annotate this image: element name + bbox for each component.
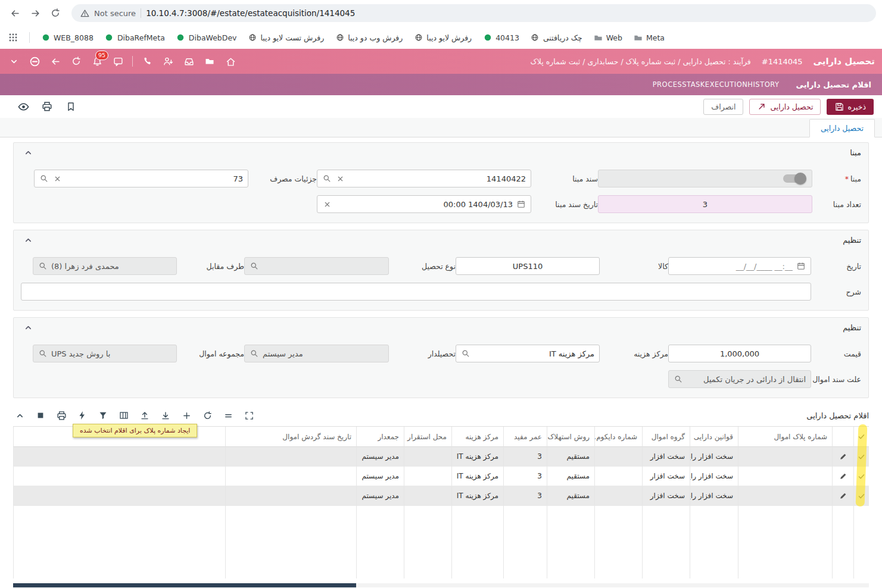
filter-icon[interactable]	[96, 409, 110, 422]
column-header[interactable]: شماره دایکوم...	[594, 427, 642, 447]
not-secure-label[interactable]: Not secure	[94, 9, 136, 18]
custodian-lookup[interactable]: مدیر سیستم	[244, 345, 389, 362]
process-button[interactable]: تحصیل دارایی	[749, 99, 821, 115]
collapse-chevron-icon[interactable]	[13, 409, 26, 422]
search-icon[interactable]	[322, 174, 332, 183]
print-icon[interactable]	[55, 409, 68, 422]
apps-grid-icon[interactable]	[8, 33, 18, 42]
subheader-caption: PROCESSTASKEXECUTIONHISTORY	[653, 80, 780, 89]
column-header[interactable]: شماره پلاک اموال	[738, 427, 832, 447]
refresh-icon[interactable]	[70, 55, 83, 68]
row-edit-pencil-icon[interactable]	[832, 467, 853, 486]
row-checkbox[interactable]	[853, 486, 869, 506]
calendar-icon[interactable]	[516, 199, 526, 209]
bookmark-item[interactable]: رفرش لایو دیبا	[414, 33, 472, 42]
base-count-input[interactable]: 3	[598, 195, 812, 213]
inbox-icon[interactable]	[182, 55, 195, 68]
row-edit-pencil-icon[interactable]	[832, 447, 853, 467]
search-icon[interactable]	[38, 349, 48, 358]
acq-type-lookup[interactable]	[244, 257, 389, 275]
row-edit-pencil-icon[interactable]	[832, 486, 853, 506]
browser-reload-icon[interactable]	[46, 4, 64, 22]
column-header[interactable]: گروه اموال	[642, 427, 690, 447]
download-icon[interactable]	[159, 409, 172, 422]
column-header[interactable]: روش استهلاک	[547, 427, 594, 447]
column-header[interactable]: قوانین دارایی	[690, 427, 738, 447]
refresh-icon[interactable]	[201, 409, 214, 422]
calendar-icon[interactable]	[796, 261, 806, 271]
caret-down-icon[interactable]	[7, 55, 20, 68]
back-icon[interactable]	[49, 55, 62, 68]
column-header[interactable]: محل استقرار	[404, 427, 451, 447]
column-header[interactable]: تاریخ سند گردش اموال	[225, 427, 356, 447]
rows-icon[interactable]	[222, 409, 235, 422]
collapse-chevron-icon[interactable]	[21, 145, 35, 159]
stop-icon[interactable]	[34, 409, 47, 422]
cell-daikom	[594, 467, 642, 486]
notifications-bell-icon[interactable]: 95	[91, 55, 104, 68]
clear-x-icon[interactable]	[52, 174, 62, 183]
chat-icon[interactable]	[111, 55, 124, 68]
row-checkbox[interactable]	[853, 447, 869, 467]
folder-icon[interactable]	[203, 55, 216, 68]
search-icon[interactable]	[250, 261, 259, 271]
eye-icon[interactable]	[17, 100, 30, 113]
bookmark-item[interactable]: چک دریافتنی	[531, 33, 582, 42]
select-all-checkbox[interactable]	[853, 427, 869, 447]
price-input[interactable]: 1,000,000	[668, 345, 811, 362]
column-header[interactable]: عمر مفید	[503, 427, 547, 447]
fullscreen-icon[interactable]	[242, 409, 255, 422]
asset-doc-reason-lookup[interactable]: انتقال از دارائی در جریان تکمیل	[668, 370, 811, 388]
description-input[interactable]	[21, 283, 811, 301]
column-header[interactable]: مرکز هزینه	[451, 427, 503, 447]
horizontal-scrollbar-thumb[interactable]	[13, 583, 356, 587]
cost-center-lookup[interactable]: مرکز هزینه IT	[456, 345, 600, 362]
bookmark-item[interactable]: رفرش تست لایو دیبا	[248, 33, 325, 42]
cancel-button[interactable]: انصراف	[703, 99, 743, 115]
counterparty-lookup[interactable]: محمدی فرد زهرا (8)	[33, 257, 177, 275]
toggle-switch[interactable]	[783, 174, 805, 183]
date-input[interactable]: __/__/____ __:__	[668, 257, 811, 275]
print-icon[interactable]	[40, 100, 54, 113]
bookmark-item[interactable]: DibaRefMeta	[105, 33, 165, 42]
browser-forward-icon[interactable]	[26, 4, 44, 22]
clear-x-icon[interactable]	[322, 199, 332, 209]
bookmark-item[interactable]: DibaWebDev	[176, 33, 237, 42]
address-bar[interactable]: Not secure 10.10.4.7:3008/#/estate/estat…	[71, 4, 876, 22]
bookmark-folder[interactable]: Meta	[634, 33, 665, 42]
tab-acquisition[interactable]: تحصیل دارایی	[809, 119, 875, 137]
search-icon[interactable]	[38, 261, 48, 271]
asset-set-lookup[interactable]: UPS با روش جدید	[33, 345, 177, 362]
add-icon[interactable]	[180, 409, 193, 422]
home-icon[interactable]	[224, 55, 237, 68]
save-button[interactable]: ذخیره	[827, 99, 874, 115]
search-icon[interactable]	[461, 349, 470, 358]
search-icon[interactable]	[39, 174, 49, 183]
item-input[interactable]: UPS110	[456, 257, 600, 275]
folder-icon	[594, 33, 603, 42]
base-doc-date-input[interactable]: 1404/03/13 00:00	[317, 195, 531, 213]
row-checkbox[interactable]	[853, 467, 869, 486]
generate-plate-lightning-icon[interactable]	[76, 409, 89, 422]
phone-icon[interactable]	[141, 55, 154, 68]
user-download-icon[interactable]	[161, 55, 174, 68]
usage-detail-input[interactable]: 73	[34, 170, 248, 187]
collapse-chevron-icon[interactable]	[21, 233, 35, 247]
browser-back-icon[interactable]	[6, 4, 24, 22]
base-doc-input[interactable]: 14140422	[317, 170, 531, 187]
collapse-chevron-icon[interactable]	[21, 320, 35, 334]
profile-circle-icon[interactable]	[28, 55, 41, 68]
bookmark-item[interactable]: رفرش وب دو دیبا	[335, 33, 403, 42]
bookmark-item[interactable]: WEB_8088	[41, 33, 94, 42]
columns-icon[interactable]	[117, 409, 130, 422]
bookmark-folder[interactable]: Web	[594, 33, 622, 42]
bookmark-item[interactable]: 40413	[483, 33, 519, 42]
usage-detail-value: 73	[66, 174, 243, 183]
clear-x-icon[interactable]	[335, 174, 345, 183]
column-header[interactable]: جمعدار	[356, 427, 404, 447]
bookmark-icon[interactable]	[64, 100, 77, 113]
search-icon[interactable]	[250, 349, 259, 358]
url-text[interactable]: 10.10.4.7:3008/#/estate/estateacquisitio…	[146, 8, 355, 18]
upload-icon[interactable]	[138, 409, 151, 422]
search-icon[interactable]	[674, 374, 683, 384]
